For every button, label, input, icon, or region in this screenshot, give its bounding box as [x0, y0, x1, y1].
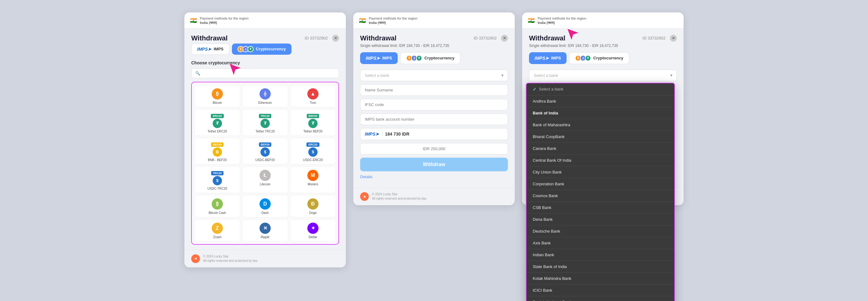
- crypto-icon-10: Ł: [259, 170, 271, 181]
- bank-option-15[interactable]: Kotak Mahindra Bank: [527, 273, 674, 284]
- bank-option-5[interactable]: Central Bank Of India: [527, 155, 674, 166]
- crypto-item-zec[interactable]: Z Zcash: [194, 219, 240, 242]
- bank-option-12[interactable]: Axis Bank: [527, 237, 674, 249]
- details-link-2[interactable]: Details: [360, 174, 508, 179]
- bank-option-9[interactable]: CSB Bank: [527, 202, 674, 214]
- bank-option-2[interactable]: Bank of Maharashtra: [527, 119, 674, 131]
- crypto-item-usdt[interactable]: BEP20 ₮ Tether BEP20: [290, 109, 336, 136]
- crypto-icon-2: ▲: [307, 88, 318, 100]
- crypto-item-usdc[interactable]: ERC20 $ USDC-ERC20: [290, 138, 336, 164]
- footer-logo-1: ★: [191, 254, 200, 263]
- crypto-name-0: Bitcoin: [213, 101, 222, 105]
- crypto-item-usdt[interactable]: ERC20 ₮ Tether ERC20: [194, 109, 240, 136]
- crypto-item-usdc[interactable]: BEP20 $ USDC-BEP20: [242, 138, 288, 164]
- region-info: Payment methods for the region India (भा…: [200, 16, 249, 25]
- crypto-label-2: Cryptocurrency: [424, 56, 455, 60]
- crypto-tab-3[interactable]: ₿ ⟠ ₮ Cryptocurrency: [569, 52, 629, 64]
- bank-option-1[interactable]: Bank of India: [527, 107, 674, 119]
- bank-option-11[interactable]: Deutsche Bank: [527, 225, 674, 237]
- check-placeholder-icon: ✓: [533, 87, 536, 92]
- india-flag-icon-2: 🇮🇳: [359, 17, 366, 24]
- close-button-2[interactable]: ✕: [501, 35, 508, 42]
- footer-rights-1: All rights reserved and protected by law…: [203, 259, 258, 263]
- bank-name-text-0: Andhra Bank: [533, 99, 556, 104]
- india-flag-icon-3: 🇮🇳: [528, 17, 535, 24]
- crypto-icon-14: Ð: [307, 198, 318, 210]
- crypto-icon-12: ₿: [212, 198, 223, 210]
- crypto-icon-13: D: [259, 198, 271, 210]
- crypto-item-trx[interactable]: ▲ Tron: [290, 85, 336, 107]
- crypto-item-dash[interactable]: D Dash: [242, 195, 288, 217]
- crypto-item-doge[interactable]: Ð Doge: [290, 195, 336, 217]
- bank-option-3[interactable]: Bharat CoopBank: [527, 131, 674, 143]
- bank-option-13[interactable]: Indian Bank: [527, 249, 674, 261]
- usdt-mini-icon: ₮: [247, 46, 254, 52]
- imps-tab-3[interactable]: IMPS➤ IMPS: [529, 52, 566, 64]
- region-name-3: India (भारत): [538, 21, 586, 25]
- imps-tab-2[interactable]: IMPS➤ IMPS: [360, 52, 398, 64]
- bank-option-0[interactable]: Andhra Bank: [527, 95, 674, 107]
- crypto-item-usdt[interactable]: TRC20 ₮ Tether TRC20: [242, 109, 288, 136]
- bank-option-16[interactable]: ICICI Bank: [527, 284, 674, 296]
- bank-option-4[interactable]: Canara Bank: [527, 143, 674, 155]
- card-footer-1: ★ © 2024 Lucky Star All rights reserved …: [184, 250, 346, 267]
- card-id-1: ID 33732902: [305, 36, 328, 40]
- crypto-item-eth[interactable]: ⟠ Ethereum: [242, 85, 288, 107]
- bank-name-text-3: Bharat CoopBank: [533, 134, 565, 139]
- bank-name-text-16: ICICI Bank: [533, 288, 552, 293]
- name-input[interactable]: [360, 84, 508, 96]
- crypto-item-bch[interactable]: ₿ Bitcoin Cash: [194, 195, 240, 217]
- crypto-tab-1[interactable]: ₿ ⟠ ₮ Cryptocurrency: [232, 44, 291, 55]
- imps-label-2: IMPS: [382, 56, 392, 60]
- crypto-item-ltc[interactable]: Ł Litecoin: [242, 166, 288, 193]
- close-button-1[interactable]: ✕: [332, 35, 339, 42]
- title-row-1: Withdrawal ID 33732902 ✕: [191, 34, 339, 42]
- region-name: India (भारत): [200, 21, 249, 25]
- close-button-3[interactable]: ✕: [670, 35, 677, 42]
- crypto-item-xmr[interactable]: M Monero: [290, 166, 336, 193]
- crypto-name-14: Doge: [309, 211, 317, 215]
- crypto-name-1: Ethereum: [258, 101, 272, 105]
- imps-logo-1: IMPS➤: [197, 47, 211, 52]
- choose-crypto-label: Choose cryptocurrency: [191, 60, 339, 65]
- crypto-tab-2[interactable]: ₿ ⟠ ₮ Cryptocurrency: [400, 52, 460, 64]
- bank-option-8[interactable]: Cosmos Bank: [527, 190, 674, 202]
- crypto-name-8: USDC-ERC20: [303, 158, 323, 162]
- crypto-item-bnb[interactable]: BEP20 B BNB - BEP20: [194, 138, 240, 164]
- withdraw-button-2[interactable]: Withdraw: [360, 158, 508, 171]
- crypto-item-btc[interactable]: ₿ Bitcoin: [194, 85, 240, 107]
- crypto-badge-7: BEP20: [259, 142, 272, 147]
- bank-option-10[interactable]: Dena Bank: [527, 214, 674, 225]
- crypto-search-input[interactable]: [191, 69, 339, 78]
- imps-tab-1[interactable]: IMPS➤ IMPS: [191, 44, 229, 55]
- crypto-name-5: Tether BEP20: [303, 130, 322, 133]
- bank-option-14[interactable]: State Bank of India: [527, 261, 674, 273]
- bank-option-6[interactable]: City Union Bank: [527, 166, 674, 178]
- crypto-badge-5: BEP20: [307, 114, 319, 118]
- account-input[interactable]: [360, 113, 508, 125]
- payment-tabs-1: IMPS➤ IMPS ₿ ⟠ ₮ Cryptocurrency: [191, 44, 339, 55]
- bank-select-2[interactable]: Select a bank: [360, 70, 508, 81]
- bank-select-3[interactable]: Select a bank: [529, 70, 677, 81]
- bank-dropdown-placeholder[interactable]: ✓Select a bank: [527, 83, 674, 95]
- region-label-2: Payment methods for the region: [369, 16, 417, 21]
- ifsc-input[interactable]: [360, 99, 508, 110]
- withdraw-amount-input[interactable]: [360, 143, 508, 155]
- crypto-grid: ₿ Bitcoin ⟠ Ethereum ▲ Tron ERC20 ₮ Teth…: [191, 82, 339, 245]
- crypto-item-xrp[interactable]: ✕ Ripple: [242, 219, 288, 242]
- account-form-group: [360, 113, 508, 125]
- crypto-name-17: Stellar: [309, 236, 317, 239]
- crypto-name-7: USDC-BEP20: [255, 158, 275, 162]
- crypto-badge-9: TRC20: [211, 171, 224, 175]
- imps-logo-2: IMPS➤: [366, 56, 380, 61]
- imps-logo-amount: IMPS➤: [365, 132, 382, 137]
- crypto-name-6: BNB - BEP20: [208, 158, 227, 162]
- bank-option-7[interactable]: Corporation Bank: [527, 178, 674, 190]
- crypto-icon-15: Z: [212, 223, 223, 234]
- card-title-1: Withdrawal: [191, 34, 227, 42]
- bank-option-17[interactable]: Punjab National Bank: [527, 296, 674, 301]
- crypto-label-3: Cryptocurrency: [593, 56, 623, 60]
- crypto-item-usdc[interactable]: TRC20 $ USDC-TRC20: [194, 166, 240, 193]
- card-body-2: Withdrawal ID 33732902 ✕ Single withdraw…: [353, 29, 515, 188]
- crypto-item-xlm[interactable]: ✦ Stellar: [290, 219, 336, 242]
